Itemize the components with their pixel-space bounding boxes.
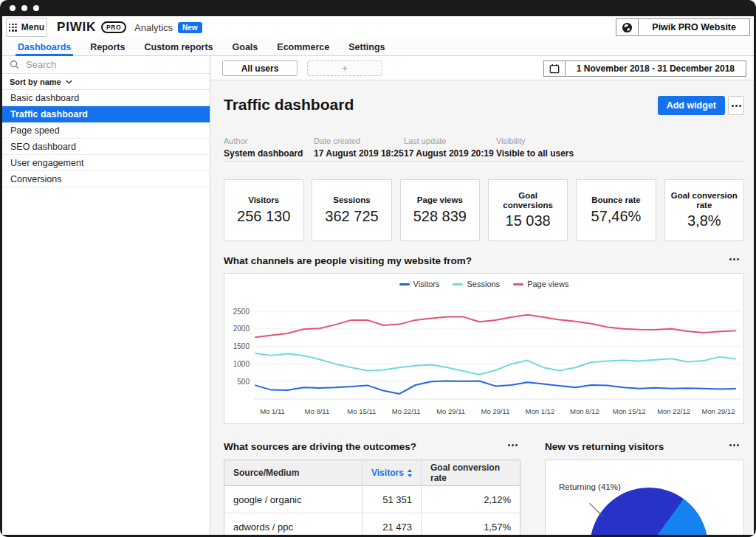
tab-dashboards[interactable]: Dashboards — [8, 38, 80, 55]
window-control-dot[interactable] — [33, 5, 39, 11]
menu-button[interactable]: Menu — [6, 18, 47, 37]
kpi-goal-conversions: Goal conversions 15 038 — [488, 179, 568, 241]
calendar-icon[interactable] — [544, 61, 566, 76]
channels-widget-menu-button[interactable] — [726, 255, 742, 263]
meta-last-update: Last update 17 August 2019 20:19 — [404, 136, 496, 159]
all-users-segment-button[interactable]: All users — [222, 60, 298, 76]
svg-text:Mon 22/12: Mon 22/12 — [657, 407, 690, 415]
meta-author: Author System dashboard — [224, 136, 314, 159]
goal-conversion-rate-cell: 2,12% — [422, 486, 520, 513]
pie-widget-title: New vs returning visitors — [545, 441, 664, 452]
legend-visitors[interactable]: Visitors — [399, 280, 440, 288]
column-header-visitors[interactable]: Visitors — [362, 460, 422, 485]
svg-text:Mo 15/11: Mo 15/11 — [347, 407, 376, 415]
channels-chart-card: Visitors Sessions Page views 50010001500… — [224, 273, 744, 424]
segment-bar: All users + 1 November 2018 - 31 Decembe… — [211, 56, 754, 80]
column-header-source-medium[interactable]: Source/Medium — [224, 460, 362, 485]
sidebar-item-page-speed[interactable]: Page speed — [2, 122, 210, 139]
plus-icon: + — [342, 63, 348, 74]
meta-visibility: Visibility Visible to all users — [496, 136, 574, 159]
kpi-visitors: Visitors 256 130 — [224, 179, 303, 241]
source-medium-cell: adwords / ppc — [224, 513, 362, 535]
svg-text:Mon 8/12: Mon 8/12 — [570, 407, 599, 415]
sources-table: Source/Medium Visitors Goal conversion r… — [224, 460, 520, 535]
search-input[interactable] — [24, 58, 187, 71]
tab-custom-reports[interactable]: Custom reports — [134, 38, 222, 55]
ellipsis-icon — [729, 444, 739, 446]
pie-widget-menu-button[interactable] — [726, 441, 742, 449]
apps-grid-icon — [9, 24, 17, 32]
kpi-cards: Visitors 256 130 Sessions 362 725 Page v… — [224, 179, 744, 241]
dashboard-meta: Author System dashboard Date created 17 … — [224, 136, 574, 159]
svg-text:500: 500 — [237, 378, 250, 386]
table-row[interactable]: google / organic 51 351 2,12% — [224, 486, 520, 513]
channels-line-chart: 5001000150020002500Mo 1/11Mo 8/11Mo 15/1… — [224, 291, 743, 423]
globe-icon — [616, 19, 639, 35]
svg-text:2000: 2000 — [233, 325, 250, 333]
sidebar-item-basic-dashboard[interactable]: Basic dashboard — [2, 90, 210, 106]
svg-text:1000: 1000 — [233, 360, 250, 368]
pie-returning-label: Returning (41%) — [559, 482, 621, 491]
product-name: Analytics — [134, 22, 173, 33]
dashboard-menu-button[interactable] — [728, 96, 744, 115]
page-views-line-swatch — [513, 283, 523, 285]
visitors-line-swatch — [399, 283, 410, 285]
kpi-bounce-rate: Bounce rate 57,46% — [576, 179, 656, 241]
page-title: Traffic dashboard — [224, 96, 354, 114]
visitors-cell: 21 473 — [362, 513, 422, 535]
sidebar-item-seo-dashboard[interactable]: SEO dashboard — [2, 139, 210, 155]
brand: PIWIK PRO Analytics New — [57, 16, 202, 38]
svg-text:2500: 2500 — [233, 308, 250, 316]
new-badge: New — [178, 22, 202, 33]
meta-date-created: Date created 17 August 2019 18:25 — [314, 136, 404, 159]
website-selector-label: Piwik PRO Website — [639, 19, 749, 35]
app-bar: Menu PIWIK PRO Analytics New Piwik PRO W… — [2, 16, 754, 38]
svg-text:Mo 22/11: Mo 22/11 — [392, 407, 421, 415]
tab-goals[interactable]: Goals — [223, 38, 268, 55]
chevron-down-icon — [66, 80, 72, 84]
ellipsis-icon — [729, 258, 739, 260]
main-pane: All users + 1 November 2018 - 31 Decembe… — [211, 56, 754, 535]
window-control-dot[interactable] — [10, 5, 16, 11]
new-vs-returning-card: Returning (41%) — [545, 460, 744, 535]
website-selector[interactable]: Piwik PRO Website — [616, 18, 750, 36]
kpi-goal-conversion-rate: Goal conversion rate 3,8% — [664, 179, 744, 241]
sort-by-name-control[interactable]: Sort by name — [2, 74, 210, 90]
legend-sessions[interactable]: Sessions — [453, 280, 500, 288]
sources-widget-menu-button[interactable] — [505, 441, 520, 449]
svg-text:Mo 29/11: Mo 29/11 — [436, 407, 465, 415]
table-header-row: Source/Medium Visitors Goal conversion r… — [224, 460, 520, 486]
svg-text:Mon 15/12: Mon 15/12 — [613, 407, 646, 415]
tab-settings[interactable]: Settings — [339, 38, 394, 55]
tab-reports[interactable]: Reports — [80, 38, 134, 55]
new-vs-returning-pie-chart[interactable] — [590, 488, 708, 535]
meta-divider — [224, 161, 744, 162]
sidebar-search-row — [2, 56, 210, 74]
date-range-picker[interactable]: 1 November 2018 - 31 December 2018 — [543, 60, 746, 77]
sessions-line-swatch — [453, 283, 463, 285]
goal-conversion-rate-cell: 1,57% — [422, 513, 520, 535]
svg-text:Mon 29/12: Mon 29/12 — [702, 407, 735, 415]
sidebar-item-conversions[interactable]: Conversions — [2, 171, 210, 187]
kpi-page-views: Page views 528 839 — [400, 179, 480, 241]
sort-label: Sort by name — [10, 77, 61, 86]
tab-ecommerce[interactable]: Ecommerce — [267, 38, 339, 55]
table-row[interactable]: adwords / ppc 21 473 1,57% — [224, 513, 520, 535]
column-header-goal-conversion-rate[interactable]: Goal conversion rate — [422, 460, 520, 485]
ellipsis-icon — [508, 444, 518, 446]
svg-text:Mo 29/11: Mo 29/11 — [481, 407, 510, 415]
search-icon — [10, 60, 19, 69]
svg-text:Mon 1/12: Mon 1/12 — [526, 407, 555, 415]
visitors-cell: 51 351 — [362, 486, 422, 513]
menu-button-label: Menu — [21, 22, 44, 32]
add-segment-button[interactable]: + — [307, 60, 382, 76]
sidebar-item-user-engagement[interactable]: User engagement — [2, 155, 210, 171]
chart-legend: Visitors Sessions Page views — [224, 280, 743, 288]
ellipsis-icon — [732, 105, 741, 107]
kpi-sessions: Sessions 362 725 — [312, 179, 391, 241]
legend-page-views[interactable]: Page views — [513, 280, 568, 288]
add-widget-button[interactable]: Add widget — [658, 96, 725, 115]
main-nav-tabs: Dashboards Reports Custom reports Goals … — [2, 38, 754, 56]
sidebar-item-traffic-dashboard[interactable]: Traffic dashboard — [2, 106, 210, 122]
window-control-dot[interactable] — [21, 5, 27, 11]
